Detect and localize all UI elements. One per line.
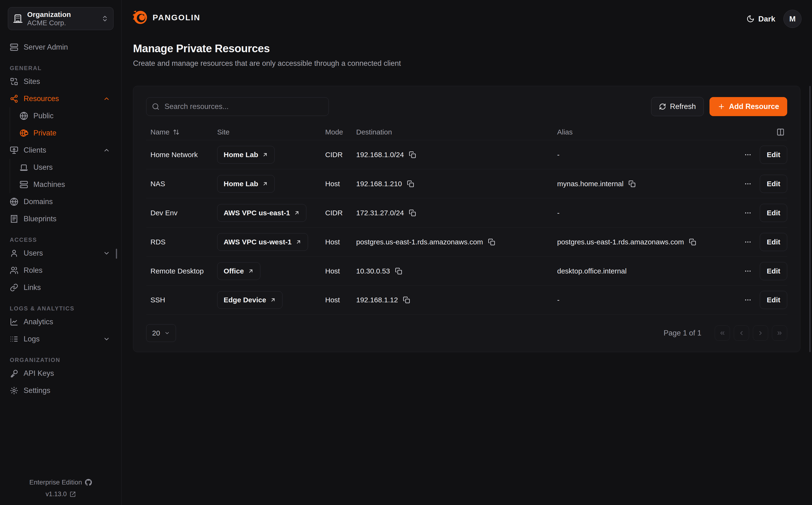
sidebar-item-label: Logs [24, 335, 40, 343]
github-icon[interactable] [85, 479, 92, 486]
page-size-select[interactable]: 20 [146, 324, 176, 342]
page-subtitle: Create and manage resources that are onl… [133, 59, 401, 68]
main-content: PANGOLIN Dark M Manage Private Resources… [122, 0, 812, 505]
site-name: Office [224, 267, 244, 275]
organization-label: Organization [27, 10, 71, 19]
sidebar-item-label: Settings [24, 386, 50, 395]
search-input[interactable] [146, 97, 329, 116]
row-menu-button[interactable] [743, 295, 753, 305]
edit-button[interactable]: Edit [760, 175, 787, 193]
column-header-destination: Destination [352, 128, 553, 136]
sidebar-item-settings[interactable]: Settings [8, 382, 114, 399]
server-icon [10, 43, 18, 51]
organization-switcher[interactable]: Organization ACME Corp. [8, 7, 114, 30]
sidebar-item-private[interactable]: Private [10, 125, 114, 142]
refresh-button[interactable]: Refresh [651, 97, 704, 116]
sidebar-item-sites[interactable]: Sites [8, 73, 114, 90]
sidebar: Organization ACME Corp. Server Admin GEN… [0, 0, 122, 505]
cell-destination: 192.168.1.210 [352, 180, 553, 188]
sidebar-item-analytics[interactable]: Analytics [8, 313, 114, 330]
sidebar-item-label: Analytics [24, 318, 53, 326]
external-link-icon[interactable] [69, 491, 76, 497]
site-link-button[interactable]: Edge Device [217, 291, 282, 309]
theme-toggle[interactable]: Dark [747, 15, 775, 23]
sidebar-item-domains[interactable]: Domains [8, 193, 114, 210]
edit-button[interactable]: Edit [760, 262, 787, 280]
site-link-button[interactable]: AWS VPC us-west-1 [217, 233, 308, 251]
sort-icon[interactable] [173, 129, 180, 135]
ellipsis-icon [744, 180, 752, 188]
column-label: Destination [356, 128, 392, 136]
chevron-up-icon [103, 95, 110, 102]
table-row: Dev Env AWS VPC us-east-1 CIDR 172.31.27… [146, 198, 787, 227]
cell-alias: postgres.us-east-1.rds.amazonaws.com [553, 238, 723, 246]
key-icon [10, 369, 18, 378]
copy-destination-button[interactable] [408, 150, 417, 159]
copy-alias-button[interactable] [628, 180, 636, 188]
edit-button[interactable]: Edit [760, 204, 787, 222]
pagination-right: Page 1 of 1 [663, 325, 787, 341]
clients-subgroup: Users Machines [10, 159, 114, 193]
copy-destination-button[interactable] [402, 296, 411, 304]
copy-destination-button[interactable] [394, 267, 403, 276]
copy-alias-button[interactable] [688, 238, 697, 246]
site-name: Home Lab [224, 151, 258, 159]
site-link-button[interactable]: AWS VPC us-east-1 [217, 204, 307, 222]
sidebar-item-blueprints[interactable]: Blueprints [8, 210, 114, 227]
sidebar-item-label: Resources [24, 95, 59, 103]
copy-destination-button[interactable] [487, 238, 496, 246]
edit-button[interactable]: Edit [760, 233, 787, 251]
cell-site: Office [213, 262, 321, 280]
row-menu-button[interactable] [743, 208, 753, 218]
copy-destination-button[interactable] [408, 209, 417, 217]
sidebar-item-logs[interactable]: Logs [8, 330, 114, 348]
row-menu-button[interactable] [743, 237, 753, 247]
row-menu-button[interactable] [743, 266, 753, 276]
edition-label: Enterprise Edition [29, 479, 82, 486]
column-label: Name [151, 128, 170, 136]
cell-mode: Host [321, 296, 352, 304]
sidebar-item-label: Roles [24, 266, 42, 275]
site-name: Home Lab [224, 180, 258, 188]
cell-destination: postgres.us-east-1.rds.amazonaws.com [352, 238, 553, 246]
sidebar-item-resources[interactable]: Resources [8, 90, 114, 107]
edit-button[interactable]: Edit [760, 146, 787, 164]
cell-mode: Host [321, 180, 352, 188]
page-scrollbar-thumb[interactable] [809, 86, 811, 352]
cell-alias: - [553, 209, 723, 217]
column-header-mode: Mode [321, 128, 352, 136]
sidebar-item-machines[interactable]: Machines [10, 176, 114, 193]
cell-name: Remote Desktop [146, 267, 213, 275]
cell-site: AWS VPC us-west-1 [213, 233, 321, 251]
avatar[interactable]: M [783, 10, 802, 28]
first-page-button[interactable] [715, 325, 730, 341]
sidebar-item-roles[interactable]: Roles [8, 262, 114, 279]
sidebar-item-server-admin[interactable]: Server Admin [8, 39, 114, 56]
sidebar-item-api-keys[interactable]: API Keys [8, 365, 114, 382]
sidebar-item-links[interactable]: Links [8, 279, 114, 296]
row-menu-button[interactable] [743, 179, 753, 189]
combine-icon [10, 77, 18, 86]
cell-site: AWS VPC us-east-1 [213, 204, 321, 222]
table-row: Home Network Home Lab CIDR 192.168.1.0/2… [146, 140, 787, 169]
sidebar-item-label: Users [33, 163, 53, 172]
edit-button[interactable]: Edit [760, 291, 787, 309]
section-organization: ORGANIZATION [8, 355, 114, 365]
sidebar-item-users[interactable]: Users [8, 244, 114, 262]
sidebar-item-public[interactable]: Public [10, 107, 114, 125]
site-link-button[interactable]: Home Lab [217, 175, 275, 193]
add-resource-button[interactable]: Add Resource [709, 97, 787, 116]
sidebar-scrollbar-thumb[interactable] [116, 249, 117, 259]
site-link-button[interactable]: Office [217, 262, 260, 280]
previous-page-button[interactable] [734, 325, 749, 341]
toggle-columns-button[interactable] [775, 127, 786, 137]
sidebar-item-label: API Keys [24, 369, 54, 378]
sidebar-item-clients[interactable]: Clients [8, 142, 114, 159]
sidebar-item-client-users[interactable]: Users [10, 159, 114, 176]
row-menu-button[interactable] [743, 150, 753, 160]
next-page-button[interactable] [753, 325, 768, 341]
copy-destination-button[interactable] [406, 180, 415, 188]
copy-icon [488, 238, 495, 245]
last-page-button[interactable] [772, 325, 787, 341]
site-link-button[interactable]: Home Lab [217, 146, 275, 164]
